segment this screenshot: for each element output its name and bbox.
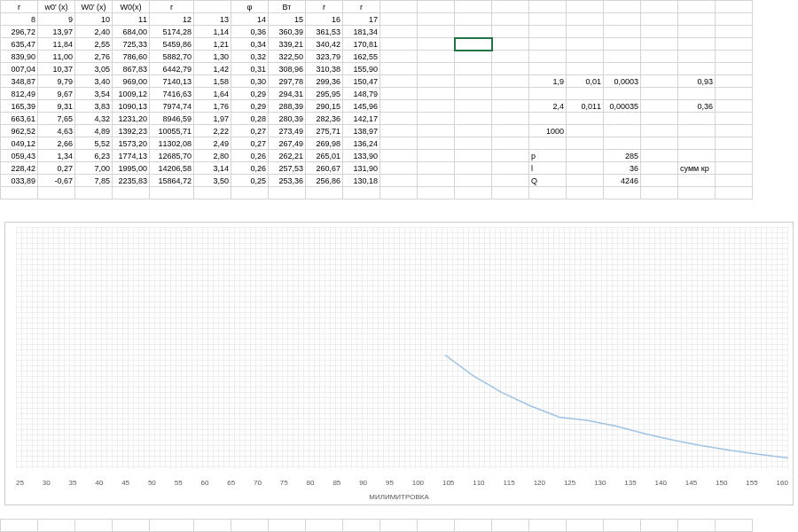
cell[interactable] (455, 520, 492, 532)
cell[interactable]: 3,50 (194, 175, 231, 187)
cell[interactable] (113, 520, 150, 532)
cell[interactable]: 165,39 (1, 100, 38, 113)
cell[interactable] (418, 1, 455, 13)
cell[interactable] (231, 187, 269, 200)
cell[interactable] (529, 38, 567, 51)
cell[interactable] (418, 100, 455, 113)
cell[interactable] (716, 51, 753, 63)
cell[interactable] (641, 520, 678, 532)
cell[interactable]: 10 (75, 13, 113, 26)
cell[interactable]: 9,79 (38, 75, 75, 88)
cell[interactable]: 273,49 (269, 125, 306, 137)
cell[interactable]: 5459,86 (150, 38, 194, 51)
cell[interactable]: 8946,59 (150, 113, 194, 125)
cell[interactable]: 4,32 (75, 113, 113, 125)
cell[interactable] (641, 38, 678, 51)
cell[interactable]: 1,76 (194, 100, 231, 113)
cell[interactable]: 308,96 (269, 63, 306, 75)
cell[interactable]: 11,00 (38, 51, 75, 63)
cell[interactable] (567, 125, 604, 137)
cell[interactable]: 257,53 (269, 162, 306, 175)
cell[interactable]: 11,84 (38, 38, 75, 51)
cell[interactable] (492, 13, 529, 26)
cell[interactable] (678, 187, 716, 200)
cell[interactable] (492, 51, 529, 63)
cell[interactable] (418, 26, 455, 38)
column-header[interactable]: Вт (269, 1, 306, 13)
selected-cell[interactable] (455, 38, 492, 51)
cell[interactable]: 0,25 (231, 175, 269, 187)
cell[interactable]: 280,39 (269, 113, 306, 125)
cell[interactable]: 0,29 (231, 88, 269, 100)
cell[interactable] (418, 51, 455, 63)
cell[interactable]: 14 (231, 13, 269, 26)
cell[interactable]: 0,93 (678, 75, 716, 88)
cell[interactable]: 0,36 (678, 100, 716, 113)
cell[interactable]: 0,27 (231, 125, 269, 137)
cell[interactable]: 663,61 (1, 113, 38, 125)
cell[interactable] (38, 520, 75, 532)
cell[interactable]: 684,00 (113, 26, 150, 38)
cell[interactable] (380, 13, 418, 26)
cell[interactable]: 2,80 (194, 150, 231, 162)
cell[interactable]: 136,24 (343, 137, 380, 150)
cell[interactable] (306, 520, 343, 532)
cell[interactable]: 7,85 (75, 175, 113, 187)
cell[interactable] (455, 13, 492, 26)
cell[interactable]: 322,50 (269, 51, 306, 63)
column-header[interactable]: r (1, 1, 38, 13)
cell[interactable] (380, 187, 418, 200)
cell[interactable]: 7140,13 (150, 75, 194, 88)
cell[interactable]: 262,21 (269, 150, 306, 162)
cell[interactable] (678, 63, 716, 75)
cell[interactable] (529, 187, 567, 200)
cell[interactable] (194, 520, 231, 532)
cell[interactable] (641, 187, 678, 200)
cell[interactable] (75, 520, 113, 532)
column-header[interactable]: r (150, 1, 194, 13)
cell[interactable] (380, 162, 418, 175)
column-header[interactable]: r (343, 1, 380, 13)
cell[interactable] (269, 520, 306, 532)
cell[interactable]: 1573,20 (113, 137, 150, 150)
cell[interactable]: 5174,28 (150, 26, 194, 38)
column-header[interactable]: r (306, 1, 343, 13)
cell[interactable] (306, 187, 343, 200)
cell[interactable] (492, 162, 529, 175)
cell[interactable] (678, 88, 716, 100)
cell[interactable]: 0,27 (38, 162, 75, 175)
cell[interactable]: 635,47 (1, 38, 38, 51)
cell[interactable] (529, 88, 567, 100)
cell[interactable]: 265,01 (306, 150, 343, 162)
cell[interactable]: 7974,74 (150, 100, 194, 113)
cell[interactable] (641, 150, 678, 162)
cell[interactable] (641, 26, 678, 38)
cell[interactable] (380, 38, 418, 51)
cell[interactable]: 260,67 (306, 162, 343, 175)
cell[interactable] (604, 51, 641, 63)
cell[interactable] (678, 150, 716, 162)
cell[interactable] (455, 88, 492, 100)
cell[interactable] (150, 520, 194, 532)
cell[interactable]: 969,00 (113, 75, 150, 88)
cell[interactable]: 133,90 (343, 150, 380, 162)
cell[interactable] (455, 26, 492, 38)
cell[interactable]: 181,34 (343, 26, 380, 38)
cell[interactable]: 148,79 (343, 88, 380, 100)
column-header[interactable] (194, 1, 231, 13)
cell[interactable] (641, 75, 678, 88)
cell[interactable]: 2,66 (38, 137, 75, 150)
cell[interactable]: 11302,08 (150, 137, 194, 150)
cell[interactable]: 11 (113, 13, 150, 26)
cell[interactable]: 12685,70 (150, 150, 194, 162)
cell[interactable]: 1090,13 (113, 100, 150, 113)
cell[interactable] (418, 175, 455, 187)
cell[interactable] (604, 113, 641, 125)
cell[interactable] (716, 13, 753, 26)
cell[interactable]: 5882,70 (150, 51, 194, 63)
cell[interactable] (604, 520, 641, 532)
cell[interactable] (641, 100, 678, 113)
cell[interactable] (678, 38, 716, 51)
cell[interactable]: 138,97 (343, 125, 380, 137)
cell[interactable] (380, 88, 418, 100)
